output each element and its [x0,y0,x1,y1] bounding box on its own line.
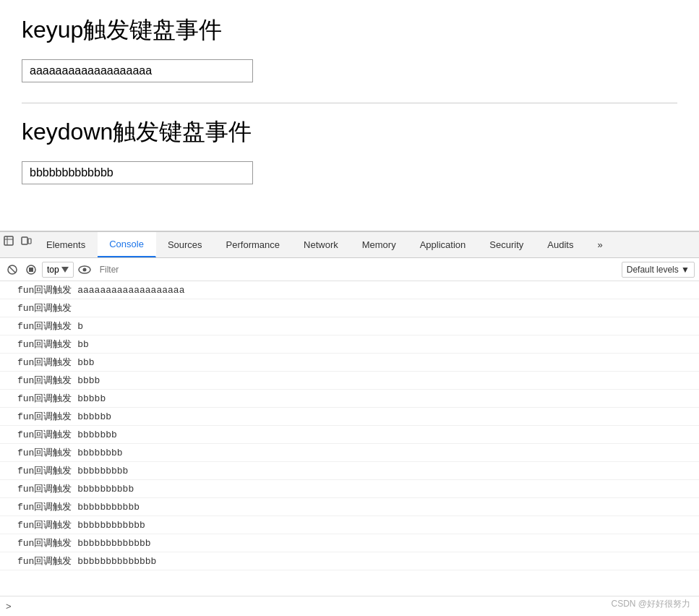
log-entry: fun回调触发 bbbbbbb [0,426,699,444]
devtools-tabs: Elements Console Sources Performance Net… [0,232,699,258]
tab-more[interactable]: » [586,232,614,257]
context-value: top [47,265,59,275]
tab-sources[interactable]: Sources [156,232,215,257]
tab-application[interactable]: Application [408,232,479,257]
svg-point-11 [82,268,86,271]
log-entry: fun回调触发 bbb [0,354,699,372]
csdn-watermark: CSDN @好好很努力 [611,598,690,610]
log-entry: fun回调触发 bbbbbbbbb [0,462,699,480]
keyup-input[interactable] [22,59,253,82]
log-entry: fun回调触发 bbbbbbbbbbb [0,498,699,516]
log-entry: fun回调触发 bbbbbb [0,408,699,426]
tab-network[interactable]: Network [292,232,351,257]
devtools-panel: Elements Console Sources Performance Net… [0,231,699,616]
clear-console-icon[interactable] [4,262,20,278]
svg-rect-0 [4,236,13,245]
context-selector[interactable]: top [42,262,74,278]
device-toolbar-icon[interactable] [17,232,35,249]
tab-performance[interactable]: Performance [215,232,292,257]
log-entry: fun回调触发 bbbbbbbbbbbb [0,516,699,534]
tab-audits[interactable]: Audits [536,232,586,257]
section-divider [22,103,677,103]
log-entry: fun回调触发 [0,299,699,317]
console-log-area: fun回调触发 aaaaaaaaaaaaaaaaaaafun回调触发fun回调触… [0,281,699,596]
keydown-input[interactable] [22,161,253,184]
log-entry: fun回调触发 b [0,317,699,335]
console-input-line: > [0,596,699,616]
log-entry: fun回调触发 bbbbbbbbbbbbb [0,534,699,552]
log-entry: fun回调触发 bbbbbbbb [0,444,699,462]
console-filter-input[interactable] [95,263,619,276]
log-entry: fun回调触发 bbbbb [0,390,699,408]
svg-rect-3 [22,237,27,244]
page-content: keyup触发键盘事件 keydown触发键盘事件 [0,0,699,231]
section2-title: keydown触发键盘事件 [22,116,677,148]
console-input[interactable] [16,601,693,612]
log-entry: fun回调触发 bbbbbbbbbbbbbb [0,552,699,570]
tab-console[interactable]: Console [98,232,156,257]
tab-memory[interactable]: Memory [351,232,408,257]
console-prompt-icon: > [6,601,12,612]
eye-icon[interactable] [77,262,93,278]
tab-elements[interactable]: Elements [35,232,98,257]
console-toolbar: top Default levels ▼ [0,258,699,281]
svg-marker-9 [61,267,69,273]
log-entry: fun回调触发 bbbbbbbbbb [0,480,699,498]
stop-icon[interactable] [23,262,39,278]
log-entry: fun回调触发 aaaaaaaaaaaaaaaaaaa [0,281,699,299]
svg-line-6 [9,267,15,273]
element-picker-icon[interactable] [0,232,17,249]
section1-title: keyup触发键盘事件 [22,14,677,46]
default-levels-dropdown[interactable]: Default levels ▼ [622,262,695,278]
log-entry: fun回调触发 bb [0,335,699,354]
log-entry: fun回调触发 bbbb [0,372,699,390]
tab-security[interactable]: Security [478,232,536,257]
svg-rect-4 [28,239,31,244]
svg-rect-8 [29,268,33,272]
